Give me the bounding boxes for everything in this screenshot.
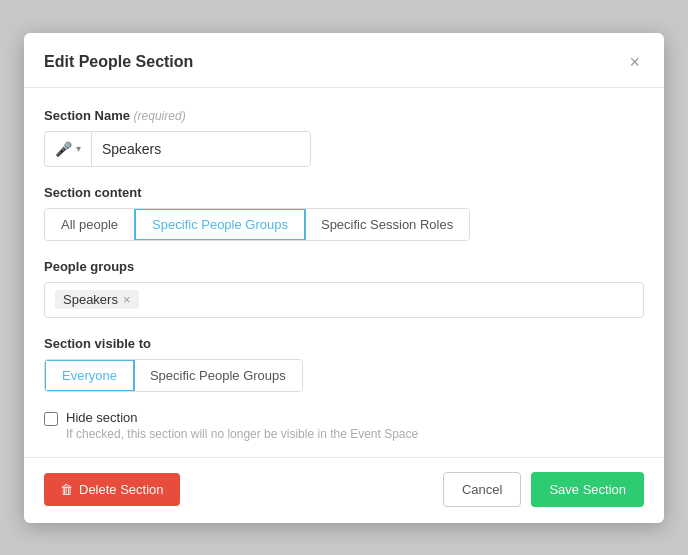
tag-label: Speakers	[63, 292, 118, 307]
hide-section-row: Hide section If checked, this section wi…	[44, 410, 644, 441]
speakers-tag: Speakers ×	[55, 290, 139, 309]
people-groups-label: People groups	[44, 259, 644, 274]
tag-remove-icon[interactable]: ×	[123, 293, 131, 306]
close-button[interactable]: ×	[625, 51, 644, 73]
section-name-input[interactable]	[91, 131, 311, 167]
hide-section-text: Hide section If checked, this section wi…	[66, 410, 418, 441]
delete-section-label: Delete Section	[79, 482, 164, 497]
chevron-down-icon: ▾	[76, 143, 81, 154]
cancel-button[interactable]: Cancel	[443, 472, 521, 507]
modal-overlay: Edit People Section × Section Name (requ…	[0, 0, 688, 555]
visibility-tabs: Everyone Specific People Groups	[44, 359, 303, 392]
mic-dropdown-group[interactable]: 🎤 ▾	[44, 131, 91, 167]
save-section-button[interactable]: Save Section	[531, 472, 644, 507]
tab-all-people[interactable]: All people	[45, 209, 135, 240]
hide-section-checkbox[interactable]	[44, 412, 58, 426]
people-groups-group: People groups Speakers ×	[44, 259, 644, 318]
section-visible-to-group: Section visible to Everyone Specific Peo…	[44, 336, 644, 392]
section-name-row: 🎤 ▾	[44, 131, 644, 167]
hide-section-hint: If checked, this section will no longer …	[66, 427, 418, 441]
footer-right-buttons: Cancel Save Section	[443, 472, 644, 507]
section-name-group: Section Name (required) 🎤 ▾	[44, 108, 644, 167]
tab-specific-people-groups[interactable]: Specific People Groups	[134, 208, 306, 241]
people-groups-input[interactable]: Speakers ×	[44, 282, 644, 318]
modal-body: Section Name (required) 🎤 ▾ Section cont…	[24, 88, 664, 457]
section-content-tabs: All people Specific People Groups Specif…	[44, 208, 470, 241]
delete-section-button[interactable]: 🗑 Delete Section	[44, 473, 180, 506]
section-content-group: Section content All people Specific Peop…	[44, 185, 644, 241]
modal-header: Edit People Section ×	[24, 33, 664, 88]
section-content-label: Section content	[44, 185, 644, 200]
edit-people-section-modal: Edit People Section × Section Name (requ…	[24, 33, 664, 523]
tab-specific-session-roles[interactable]: Specific Session Roles	[305, 209, 469, 240]
trash-icon: 🗑	[60, 482, 73, 497]
modal-footer: 🗑 Delete Section Cancel Save Section	[24, 457, 664, 523]
section-visible-to-label: Section visible to	[44, 336, 644, 351]
hide-section-label: Hide section	[66, 410, 418, 425]
vis-tab-everyone[interactable]: Everyone	[44, 359, 135, 392]
modal-title: Edit People Section	[44, 53, 193, 71]
vis-tab-specific-people-groups[interactable]: Specific People Groups	[134, 360, 302, 391]
required-indicator: (required)	[134, 109, 186, 123]
section-name-label: Section Name (required)	[44, 108, 644, 123]
mic-icon: 🎤	[55, 141, 72, 157]
